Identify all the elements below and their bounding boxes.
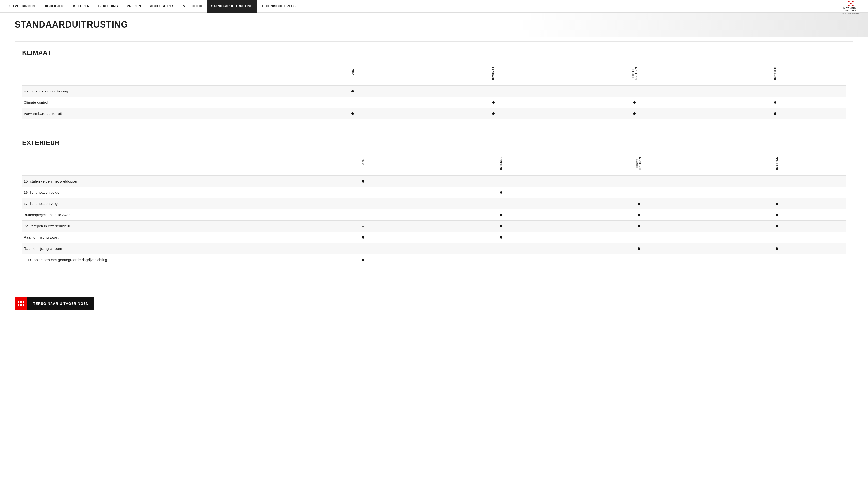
feature-value: – (294, 243, 432, 254)
svg-rect-6 (18, 301, 21, 303)
feature-label: 17" lichtmetalen velgen (22, 198, 294, 209)
dot-indicator (500, 236, 502, 239)
dot-indicator (638, 214, 640, 216)
dot-indicator (638, 225, 640, 227)
dot-indicator (362, 236, 364, 239)
page-header: STANDAARDUITRUSTING (0, 13, 868, 37)
feature-value (708, 209, 846, 221)
section-klimaat: KLIMAATPUREINTENSEFIRST EDITIONINSTYLEHa… (14, 41, 854, 124)
nav-item-prijzen[interactable]: PRIJZEN (123, 0, 146, 13)
feature-value (705, 97, 846, 108)
table-row: 15" stalen velgen met wieldoppen––– (22, 176, 846, 187)
nav-item-veiligheid[interactable]: VEILIGHEID (179, 0, 207, 13)
dot-indicator (500, 214, 502, 216)
logo-brand-text: MITSUBISHIMOTORS (843, 7, 859, 12)
feature-value (564, 108, 705, 119)
nav-item-highlights[interactable]: HIGHLIGHTS (39, 0, 69, 13)
feature-value: – (705, 86, 846, 97)
table-row: Deurgrepen in exterieurkleur– (22, 221, 846, 232)
mitsubishi-logo-icon (846, 0, 855, 7)
dot-indicator (492, 101, 495, 104)
dot-indicator (351, 90, 354, 93)
dot-indicator (776, 202, 778, 205)
svg-marker-4 (848, 4, 850, 6)
content-area: KLIMAATPUREINTENSEFIRST EDITIONINSTYLEHa… (0, 37, 868, 292)
feature-value (294, 176, 432, 187)
svg-marker-1 (848, 0, 850, 2)
dot-indicator (638, 248, 640, 250)
table-row: Climate control– (22, 97, 846, 108)
feature-value: – (282, 97, 423, 108)
feature-value: – (708, 254, 846, 265)
dot-indicator (638, 202, 640, 205)
dash-indicator: – (774, 89, 776, 93)
back-button-wrapper: TERUG NAAR UITVOERINGEN (0, 292, 868, 320)
feature-value (282, 108, 423, 119)
feature-label: Raamomlijsting chroom (22, 243, 294, 254)
feature-label: Climate control (22, 97, 282, 108)
dash-indicator: – (362, 190, 364, 194)
col-header-first-edition: FIRST EDITION (564, 62, 705, 86)
dash-indicator: – (638, 190, 640, 194)
dash-indicator: – (638, 235, 640, 239)
dot-indicator (633, 112, 636, 115)
dot-indicator (774, 112, 776, 115)
col-header-feature (22, 62, 282, 86)
feature-value (282, 86, 423, 97)
feature-value: – (432, 198, 570, 209)
dot-indicator (500, 225, 502, 227)
dash-indicator: – (638, 179, 640, 183)
back-to-uitvoeringen-button[interactable]: TERUG NAAR UITVOERINGEN (14, 297, 94, 310)
svg-marker-3 (850, 2, 852, 4)
expand-icon (18, 300, 24, 307)
nav-item-uitvoeringen[interactable]: UITVOERINGEN (5, 0, 39, 13)
col-header-intense: INTENSE (423, 62, 564, 86)
dot-indicator (362, 259, 364, 261)
svg-marker-5 (852, 4, 854, 6)
col-header-first-edition: FIRST EDITION (570, 152, 708, 176)
section-title-klimaat: KLIMAAT (22, 49, 846, 57)
feature-value: – (564, 86, 705, 97)
feature-value: – (570, 254, 708, 265)
feature-value (570, 198, 708, 209)
dash-indicator: – (362, 213, 364, 217)
feature-value (570, 243, 708, 254)
dash-indicator: – (500, 258, 502, 262)
dash-indicator: – (500, 179, 502, 183)
nav-item-kleuren[interactable]: KLEUREN (69, 0, 94, 13)
dash-indicator: – (362, 224, 364, 228)
spec-table-exterieur: PUREINTENSEFIRST EDITIONINSTYLE15" stale… (22, 152, 846, 265)
col-header-instyle: INSTYLE (705, 62, 846, 86)
dot-indicator (633, 101, 636, 104)
nav-item-technische-specs[interactable]: TECHNISCHE SPECS (257, 0, 300, 13)
section-exterieur: EXTERIEURPUREINTENSEFIRST EDITIONINSTYLE… (14, 132, 854, 270)
feature-label: LED koplampen met geïntegreerde dagrijve… (22, 254, 294, 265)
dash-indicator: – (776, 258, 778, 262)
feature-value: – (570, 176, 708, 187)
dot-indicator (774, 101, 776, 104)
feature-value: – (570, 187, 708, 198)
mitsubishi-logo: MITSUBISHIMOTORS Drive your Ambition (839, 0, 863, 14)
feature-value: – (432, 176, 570, 187)
svg-rect-8 (18, 304, 21, 306)
svg-rect-7 (22, 301, 24, 303)
feature-value: – (708, 232, 846, 243)
feature-value (570, 221, 708, 232)
feature-value: – (708, 176, 846, 187)
feature-value: – (294, 209, 432, 221)
feature-value (564, 97, 705, 108)
navigation: UITVOERINGENHIGHLIGHTSKLEURENBEKLEDINGPR… (0, 0, 868, 13)
feature-label: 16" lichtmetalen velgen (22, 187, 294, 198)
nav-item-standaarduitrusting[interactable]: STANDAARDUITRUSTING (207, 0, 257, 13)
feature-value: – (432, 254, 570, 265)
feature-value (294, 254, 432, 265)
dash-indicator: – (776, 190, 778, 194)
table-row: Verwarmbare achterruit (22, 108, 846, 119)
feature-value (570, 209, 708, 221)
feature-value: – (570, 232, 708, 243)
feature-value: – (294, 187, 432, 198)
table-row: 17" lichtmetalen velgen–– (22, 198, 846, 209)
nav-item-bekleding[interactable]: BEKLEDING (94, 0, 122, 13)
nav-item-accessoires[interactable]: ACCESSOIRES (146, 0, 179, 13)
col-header-intense: INTENSE (432, 152, 570, 176)
